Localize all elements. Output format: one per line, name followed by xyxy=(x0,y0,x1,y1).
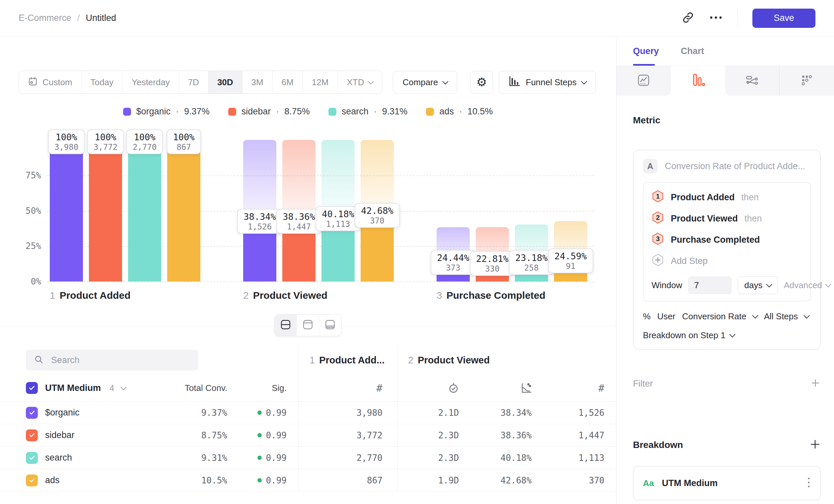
svg-text:2: 2 xyxy=(656,214,659,221)
total-conv-column-header[interactable]: Total Conv. xyxy=(164,383,227,393)
measure-scope-select[interactable]: All Steps xyxy=(764,311,798,322)
funnel-step-axis-label[interactable]: 2Product Viewed xyxy=(243,290,327,301)
range-12m[interactable]: 12M xyxy=(303,71,338,93)
breakdown-table: 1 Product Add... 2 Product Viewed xyxy=(0,345,616,492)
funnel-step-item[interactable]: 2Product Viewedthen xyxy=(652,208,802,229)
measure-entity[interactable]: User xyxy=(657,311,676,322)
calendar-icon xyxy=(28,76,38,89)
metric-formula-row[interactable]: A Conversion Rate of Product Adde... xyxy=(643,159,811,174)
chart-settings-button[interactable]: ⚙ xyxy=(470,71,493,93)
count-metric-icon[interactable]: # xyxy=(376,382,382,394)
legend-item[interactable]: ads·10.5% xyxy=(426,107,492,117)
tab-insights-report[interactable] xyxy=(616,66,671,96)
funnel-bar[interactable] xyxy=(322,225,355,281)
metric-card: A Conversion Rate of Product Adde... 1Pr… xyxy=(633,150,821,350)
count-metric-icon[interactable]: # xyxy=(543,382,616,394)
funnel-step-axis-label[interactable]: 1Product Added xyxy=(50,290,131,301)
legend-item[interactable]: sidebar·8.75% xyxy=(228,107,310,117)
funnel-bar[interactable] xyxy=(243,227,276,281)
tab-funnels-report[interactable] xyxy=(671,66,725,96)
table-step1-group-header[interactable]: 1 Product Add... xyxy=(299,345,397,375)
range-xtd[interactable]: XTD xyxy=(337,71,382,93)
bar-cell: 100%2,770 xyxy=(128,140,161,281)
range-custom[interactable]: Custom xyxy=(19,71,81,93)
tab-chart[interactable]: Chart xyxy=(681,46,704,56)
legend-item[interactable]: search·9.31% xyxy=(328,107,408,117)
funnel-bar[interactable] xyxy=(167,140,200,281)
legend-item[interactable]: $organic·9.37% xyxy=(123,107,210,117)
tab-flows-report[interactable] xyxy=(725,66,780,96)
breadcrumb-project[interactable]: E-Commerce xyxy=(19,13,71,23)
legend-swatch xyxy=(123,108,131,116)
panel-content: Metric A Conversion Rate of Product Adde… xyxy=(616,115,834,500)
share-link-button[interactable] xyxy=(682,11,694,25)
significance-value: 0.99 xyxy=(227,453,299,463)
funnel-step-axis-label[interactable]: 3Purchase Completed xyxy=(437,290,545,301)
measure-metric-select[interactable]: Conversion Rate xyxy=(682,311,746,322)
bar-value-label: 100%3,980 xyxy=(48,129,85,154)
split-view-icon xyxy=(280,319,291,331)
window-unit-select[interactable]: days xyxy=(738,276,777,294)
save-button[interactable]: Save xyxy=(752,8,815,28)
add-step-row[interactable]: Add Step xyxy=(652,250,802,272)
metric-badge: A xyxy=(643,159,658,174)
funnel-step-item[interactable]: 1Product Addedthen xyxy=(652,187,802,208)
measurement-row: % User Conversion Rate All Steps xyxy=(643,311,811,322)
table-row[interactable]: search9.31%0.992,7702.3D40.18%1,113 xyxy=(0,446,616,469)
step2-count: 1,113 xyxy=(578,453,605,463)
funnel-bar[interactable] xyxy=(282,227,315,281)
range-today[interactable]: Today xyxy=(81,71,123,93)
range-6m[interactable]: 6M xyxy=(272,71,303,93)
row-checkbox[interactable] xyxy=(26,475,38,486)
row-checkbox[interactable] xyxy=(26,429,38,441)
table-row[interactable]: ads10.5%0.998671.9D42.68%370 xyxy=(0,469,616,492)
funnel-bar[interactable] xyxy=(360,221,394,281)
toggle-table-view[interactable] xyxy=(319,315,341,336)
bar-cell: 100%867 xyxy=(167,140,200,281)
step2-avg-time: 1.9D xyxy=(438,476,459,485)
table-row[interactable]: sidebar8.75%0.993,7722.3D38.36%1,447 xyxy=(0,424,616,446)
table-step2-group-header[interactable]: 2 Product Viewed xyxy=(397,345,616,375)
range-30d[interactable]: 30D xyxy=(208,71,242,93)
breakdown-column-header[interactable]: UTM Medium xyxy=(45,383,101,393)
window-value-input[interactable] xyxy=(688,276,732,294)
search-input[interactable] xyxy=(50,355,191,366)
range-3m[interactable]: 3M xyxy=(242,71,272,93)
breakdown-on-step-select[interactable]: Breakdown on Step 1 xyxy=(643,330,811,341)
kebab-menu-icon[interactable] xyxy=(807,476,811,490)
step2-conversion-rate: 38.34% xyxy=(501,408,532,418)
compare-button[interactable]: Compare xyxy=(393,71,457,93)
add-breakdown-button[interactable] xyxy=(809,439,821,451)
conversion-rate-metric-icon[interactable] xyxy=(470,382,543,394)
range-7d[interactable]: 7D xyxy=(179,71,208,93)
retention-icon xyxy=(800,74,813,88)
funnel-step-item[interactable]: 3Purchase Completed xyxy=(652,229,802,250)
add-filter-button[interactable] xyxy=(810,378,821,390)
active-tab-underline xyxy=(633,64,655,66)
measure-symbol: % xyxy=(643,311,651,322)
more-actions-button[interactable] xyxy=(709,16,723,21)
toggle-chart-view[interactable] xyxy=(297,315,319,336)
funnel-bar[interactable] xyxy=(50,140,83,281)
step1-count: 867 xyxy=(367,476,382,485)
row-checkbox[interactable] xyxy=(26,407,38,419)
flows-icon xyxy=(745,74,759,88)
chart-type-button[interactable]: Funnel Steps xyxy=(499,71,596,93)
funnel-bar[interactable] xyxy=(89,140,122,281)
avg-time-metric-icon[interactable] xyxy=(397,382,470,394)
row-checkbox[interactable] xyxy=(26,452,38,464)
bar-value-label: 24.59%91 xyxy=(548,248,593,273)
funnel-bar[interactable] xyxy=(128,140,161,281)
select-all-checkbox[interactable] xyxy=(26,382,38,394)
tab-retention-report[interactable] xyxy=(779,66,834,96)
breakdown-property-card[interactable]: Aa UTM Medium xyxy=(633,466,821,500)
advanced-toggle[interactable]: Advanced xyxy=(784,280,830,291)
toggle-split-view[interactable] xyxy=(275,315,297,336)
tab-query[interactable]: Query xyxy=(633,46,659,56)
chevron-down-icon xyxy=(368,78,374,84)
chevron-down-icon[interactable] xyxy=(121,384,127,390)
range-yesterday[interactable]: Yesterday xyxy=(123,71,179,93)
breadcrumb-report-title[interactable]: Untitled xyxy=(86,13,116,23)
table-row[interactable]: $organic9.37%0.993,9802.1D38.34%1,526 xyxy=(0,402,616,424)
sig-column-header[interactable]: Sig. xyxy=(227,383,299,393)
